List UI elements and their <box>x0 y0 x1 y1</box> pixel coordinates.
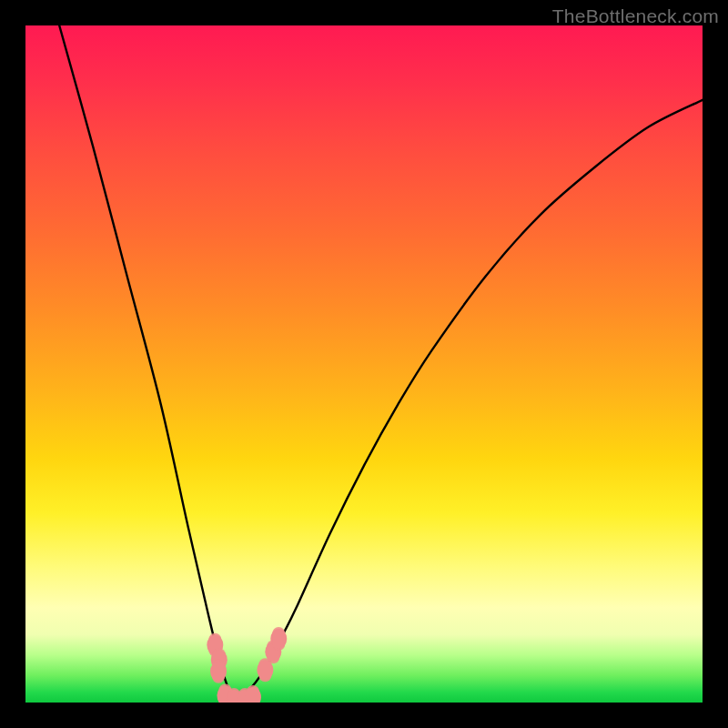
chart-frame: TheBottleneck.com <box>0 0 728 728</box>
watermark-text: TheBottleneck.com <box>552 5 719 27</box>
plot-area <box>25 25 703 703</box>
marker-capsule <box>272 627 285 651</box>
marker-capsule <box>212 660 225 683</box>
curve-svg <box>25 25 703 703</box>
marker-group <box>207 627 287 703</box>
bottleneck-curve <box>59 25 703 698</box>
marker-capsule <box>247 685 259 703</box>
